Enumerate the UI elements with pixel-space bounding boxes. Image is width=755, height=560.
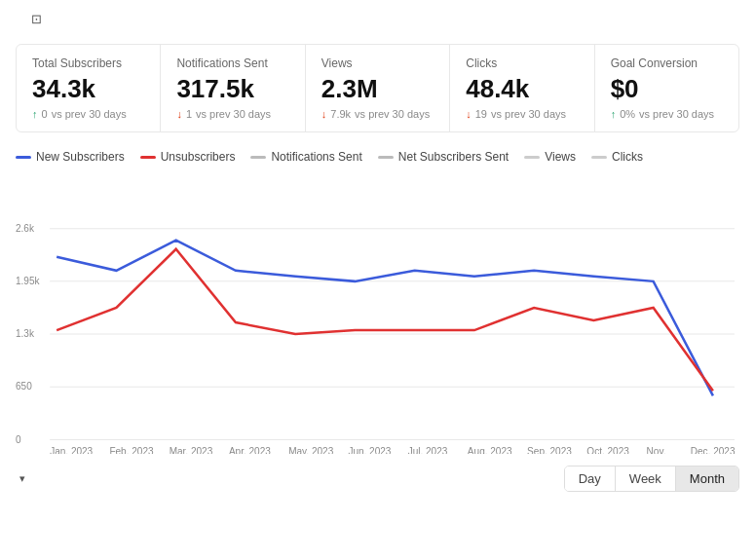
view-by-section: Day Week Month <box>556 466 739 492</box>
y-label-1k95: 1.95k <box>16 276 41 286</box>
change-value: 7.9k <box>330 108 351 120</box>
chart-area: 0 650 1.3k 1.95k 2.6k Jan, 2023 Feb, 202… <box>16 171 739 454</box>
legend-color <box>378 156 394 159</box>
export-icon: ⊡ <box>31 12 42 26</box>
arrow-up-icon: ↑ <box>611 108 617 120</box>
arrow-down-icon: ↓ <box>466 108 472 120</box>
x-label-apr: Apr, 2023 <box>229 446 271 454</box>
metric-value: 48.4k <box>466 74 578 104</box>
x-label-jan: Jan, 2023 <box>50 446 93 454</box>
legend-item: Clicks <box>591 150 643 164</box>
metric-card: Total Subscribers34.3k↑0vs prev 30 days <box>17 45 161 131</box>
x-label-nov: Nov, <box>647 446 666 454</box>
view-month-button[interactable]: Month <box>676 467 738 491</box>
arrow-up-icon: ↑ <box>32 108 38 120</box>
metrics-row: Total Subscribers34.3k↑0vs prev 30 daysN… <box>16 44 739 132</box>
legend-item: Net Subscribers Sent <box>378 150 509 164</box>
legend-label: New Subscribers <box>36 150 125 164</box>
change-text: vs prev 30 days <box>639 108 714 120</box>
legend-item: New Subscribers <box>16 150 125 164</box>
metric-label: Clicks <box>466 56 578 70</box>
view-button-group: Day Week Month <box>564 466 739 492</box>
change-value: 19 <box>475 108 487 120</box>
legend-color <box>591 156 607 159</box>
legend-color <box>140 156 156 159</box>
metric-value: $0 <box>611 74 723 104</box>
metric-label: Notifications Sent <box>176 56 288 70</box>
y-label-0: 0 <box>16 434 21 445</box>
y-label-650: 650 <box>16 381 32 392</box>
change-value: 0% <box>620 108 635 120</box>
legend-item: Notifications Sent <box>250 150 361 164</box>
metric-change: ↓1vs prev 30 days <box>176 108 288 120</box>
footer: ▾ Day Week Month <box>16 466 739 492</box>
legend-item: Unsubscribers <box>140 150 236 164</box>
x-label-dec: Dec, 2023 <box>691 446 736 454</box>
line-chart: 0 650 1.3k 1.95k 2.6k Jan, 2023 Feb, 202… <box>16 171 739 454</box>
metric-label: Goal Conversion <box>611 56 723 70</box>
legend-color <box>524 156 540 159</box>
export-button[interactable]: ⊡ <box>31 12 47 26</box>
change-text: vs prev 30 days <box>355 108 430 120</box>
date-range-selector[interactable]: ▾ <box>16 472 25 485</box>
x-label-oct: Oct, 2023 <box>586 446 629 454</box>
metric-card: Notifications Sent317.5k↓1vs prev 30 day… <box>161 45 305 131</box>
metric-label: Views <box>321 56 434 70</box>
metric-value: 34.3k <box>32 74 144 104</box>
legend-label: Unsubscribers <box>161 150 236 164</box>
view-week-button[interactable]: Week <box>616 467 676 491</box>
unsubscribers-line <box>57 249 713 392</box>
x-label-aug: Aug, 2023 <box>468 446 512 454</box>
x-label-jun: Jun, 2023 <box>348 446 391 454</box>
arrow-down-icon: ↓ <box>176 108 182 120</box>
metric-card: Goal Conversion$0↑0%vs prev 30 days <box>595 45 738 131</box>
change-value: 1 <box>186 108 192 120</box>
change-text: vs prev 30 days <box>196 108 271 120</box>
metric-card: Clicks48.4k↓19vs prev 30 days <box>450 45 594 131</box>
metric-change: ↓7.9kvs prev 30 days <box>321 108 434 120</box>
metric-value: 2.3M <box>321 74 434 104</box>
metric-label: Total Subscribers <box>32 56 144 70</box>
y-label-2k6: 2.6k <box>16 223 35 234</box>
x-label-may: May, 2023 <box>288 446 334 454</box>
legend-color <box>250 156 266 159</box>
x-label-jul: Jul, 2023 <box>408 446 448 454</box>
x-label-sep: Sep, 2023 <box>527 446 572 454</box>
new-subscribers-line <box>57 241 713 396</box>
metric-change: ↓19vs prev 30 days <box>466 108 578 120</box>
metric-change: ↑0vs prev 30 days <box>32 108 144 120</box>
legend-label: Clicks <box>612 150 643 164</box>
chart-legend: New SubscribersUnsubscribersNotification… <box>16 150 739 164</box>
x-label-feb: Feb, 2023 <box>109 446 154 454</box>
change-value: 0 <box>42 108 48 120</box>
legend-color <box>16 156 31 159</box>
y-label-1k3: 1.3k <box>16 328 35 339</box>
view-day-button[interactable]: Day <box>565 467 616 491</box>
metric-card: Views2.3M↓7.9kvs prev 30 days <box>306 45 450 131</box>
metric-value: 317.5k <box>176 74 288 104</box>
chevron-down-icon: ▾ <box>19 472 25 485</box>
legend-label: Notifications Sent <box>271 150 361 164</box>
legend-label: Net Subscribers Sent <box>398 150 509 164</box>
metric-change: ↑0%vs prev 30 days <box>611 108 723 120</box>
x-label-mar: Mar, 2023 <box>170 446 213 454</box>
change-text: vs prev 30 days <box>52 108 127 120</box>
change-text: vs prev 30 days <box>491 108 566 120</box>
legend-label: Views <box>545 150 576 164</box>
arrow-down-icon: ↓ <box>321 108 327 120</box>
legend-item: Views <box>524 150 576 164</box>
